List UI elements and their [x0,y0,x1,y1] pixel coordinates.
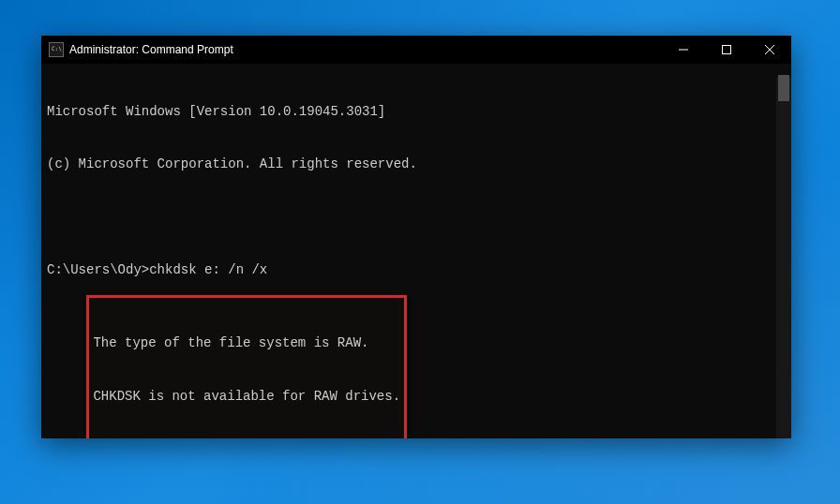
command-line-1: C:\Users\Ody>chkdsk e: /n /x [47,261,786,279]
error-highlight-box: The type of the file system is RAW. CHKD… [86,295,407,438]
titlebar[interactable]: Administrator: Command Prompt [41,36,791,64]
terminal-body[interactable]: Microsoft Windows [Version 10.0.19045.30… [41,64,791,438]
command-prompt-window: Administrator: Command Prompt Microsoft … [41,36,791,438]
close-button[interactable] [748,36,791,64]
window-controls [662,36,791,64]
output-line-2: CHKDSK is not available for RAW drives. [93,388,400,406]
prompt-1: C:\Users\Ody> [47,262,149,277]
command-1: chkdsk e: /n /x [149,262,267,277]
terminal-content: Microsoft Windows [Version 10.0.19045.30… [47,67,786,438]
svg-rect-1 [723,46,731,54]
cmd-icon [49,42,64,57]
minimize-button[interactable] [662,36,705,64]
window-title: Administrator: Command Prompt [69,43,662,56]
output-line-1: The type of the file system is RAW. [93,334,400,352]
maximize-button[interactable] [705,36,748,64]
copyright-line: (c) Microsoft Corporation. All rights re… [47,156,786,173]
version-line: Microsoft Windows [Version 10.0.19045.30… [47,103,786,121]
